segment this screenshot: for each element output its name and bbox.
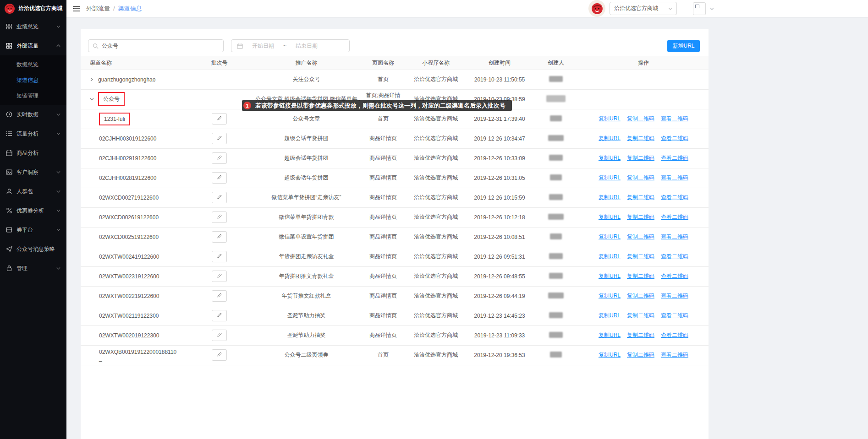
edit-batch-button[interactable] [212, 172, 227, 184]
sidebar-item-coupon-platform[interactable]: 券平台 [0, 220, 66, 239]
chevron-down-icon[interactable] [710, 7, 714, 10]
copy-url-link[interactable]: 复制URL [599, 312, 621, 319]
copy-qrcode-link[interactable]: 复制二维码 [627, 253, 654, 260]
promotion-name: 公众号二级页领券 [253, 345, 360, 365]
edit-batch-button[interactable] [212, 231, 227, 243]
sidebar-item-label: 人群包 [16, 188, 33, 195]
expand-row-icon[interactable] [90, 77, 95, 81]
copy-qrcode-link[interactable]: 复制二维码 [627, 194, 654, 201]
edit-batch-button[interactable] [212, 133, 227, 144]
copy-qrcode-link[interactable]: 复制二维码 [627, 352, 654, 358]
channel-name: 公众号 [98, 92, 125, 106]
copy-url-link[interactable]: 复制URL [599, 253, 621, 260]
view-qrcode-link[interactable]: 查看二维码 [661, 352, 688, 358]
view-qrcode-link[interactable]: 查看二维码 [661, 312, 688, 319]
copy-qrcode-link[interactable]: 复制二维码 [627, 312, 654, 319]
sidebar-item-official-account-message[interactable]: 公众号消息策略 [0, 239, 66, 259]
view-qrcode-link[interactable]: 查看二维码 [661, 253, 688, 260]
copy-qrcode-link[interactable]: 复制二维码 [627, 115, 654, 122]
sidebar-item-product-analysis[interactable]: 商品分析 [0, 143, 66, 163]
edit-batch-button[interactable] [212, 192, 227, 203]
copy-url-link[interactable]: 复制URL [599, 214, 621, 220]
view-qrcode-link[interactable]: 查看二维码 [661, 332, 688, 338]
view-qrcode-link[interactable]: 查看二维码 [661, 174, 688, 181]
sidebar-subitem-data-overview[interactable]: 数据总览 [0, 57, 66, 72]
sidebar-item-traffic-analysis[interactable]: 流量分析 [0, 124, 66, 143]
copy-qrcode-link[interactable]: 复制二维码 [627, 293, 654, 299]
content: 开始日期 ~ 结束日期 新增URL 渠道名称批次号推广名称页面名称小程序名称创建… [66, 17, 868, 439]
copy-qrcode-link[interactable]: 复制二维码 [627, 174, 654, 181]
copy-url-link[interactable]: 复制URL [599, 233, 621, 240]
copy-qrcode-link[interactable]: 复制二维码 [627, 233, 654, 240]
sidebar-item-management[interactable]: 管理 [0, 259, 66, 278]
avatar[interactable] [588, 0, 605, 17]
copy-url-link[interactable]: 复制URL [599, 155, 621, 161]
view-qrcode-link[interactable]: 查看二维码 [661, 135, 688, 141]
menu-fold-icon[interactable] [72, 5, 80, 12]
edit-batch-button[interactable] [212, 211, 227, 223]
add-url-button[interactable]: 新增URL [667, 40, 700, 52]
copy-url-link[interactable]: 复制URL [599, 194, 621, 201]
copy-qrcode-link[interactable]: 复制二维码 [627, 273, 654, 279]
column-header: 页面名称 [360, 56, 406, 70]
creator-redacted [548, 293, 564, 298]
copy-url-link[interactable]: 复制URL [599, 135, 621, 141]
edit-batch-button[interactable] [212, 310, 227, 321]
copy-qrcode-link[interactable]: 复制二维码 [627, 214, 654, 220]
copy-url-link[interactable]: 复制URL [599, 352, 621, 358]
copy-qrcode-link[interactable]: 复制二维码 [627, 332, 654, 338]
edit-batch-button[interactable] [212, 251, 227, 262]
edit-batch-button[interactable] [212, 330, 227, 341]
copy-url-link[interactable]: 复制URL [599, 332, 621, 338]
edit-batch-button[interactable] [212, 152, 227, 164]
copy-url-link[interactable]: 复制URL [599, 273, 621, 279]
view-qrcode-link[interactable]: 查看二维码 [661, 115, 688, 122]
view-qrcode-link[interactable]: 查看二维码 [661, 273, 688, 279]
sidebar-subitem-shortlink-management[interactable]: 短链管理 [0, 88, 66, 103]
sidebar-item-external-traffic[interactable]: 外部流量 [0, 36, 66, 55]
created-time: 2019-12-26 10:31:05 [466, 168, 533, 188]
edit-batch-button[interactable] [212, 349, 227, 361]
grid-icon [6, 43, 12, 49]
created-time: 2019-12-23 14:45:23 [466, 306, 533, 325]
sidebar-item-coupon-analysis[interactable]: 优惠券分析 [0, 201, 66, 220]
view-qrcode-link[interactable]: 查看二维码 [661, 293, 688, 299]
miniprogram-name: 洽洽优选官方商城 [406, 109, 466, 129]
layout-widget-button[interactable] [693, 2, 706, 15]
creator-redacted [548, 135, 564, 141]
copy-url-link[interactable]: 复制URL [599, 293, 621, 299]
channel-name: 02CJHH003019122600 [99, 135, 156, 142]
copy-url-link[interactable]: 复制URL [599, 115, 621, 122]
view-qrcode-link[interactable]: 查看二维码 [661, 155, 688, 161]
copy-qrcode-link[interactable]: 复制二维码 [627, 155, 654, 161]
store-select[interactable]: 洽洽优选官方商城 [610, 2, 677, 15]
miniprogram-name: 洽洽优选官方商城 [406, 345, 466, 365]
channel-name: 02CJHH002919122600 [99, 155, 156, 162]
edit-batch-button[interactable] [212, 113, 227, 125]
miniprogram-name: 洽洽优选官方商城 [406, 168, 466, 188]
breadcrumb: 外部流量 / 渠道信息 [86, 5, 142, 13]
miniprogram-name: 洽洽优选官方商城 [406, 266, 466, 286]
sidebar-item-customer-insight[interactable]: 客户洞察 [0, 163, 66, 182]
view-qrcode-link[interactable]: 查看二维码 [661, 194, 688, 201]
view-qrcode-link[interactable]: 查看二维码 [661, 214, 688, 220]
copy-url-link[interactable]: 复制URL [599, 174, 621, 181]
channel-name: 1231-fuli [99, 113, 130, 125]
page-name: 商品详情页 [360, 148, 406, 168]
sidebar-item-realtime-data[interactable]: 实时数据 [0, 105, 66, 124]
view-qrcode-link[interactable]: 查看二维码 [661, 233, 688, 240]
sidebar-subitem-channel-info[interactable]: 渠道信息 [0, 72, 66, 88]
column-header: 批次号 [186, 56, 253, 70]
sidebar-item-audience-pack[interactable]: 人群包 [0, 182, 66, 201]
breadcrumb-item-external-traffic[interactable]: 外部流量 [86, 5, 110, 13]
copy-qrcode-link[interactable]: 复制二维码 [627, 135, 654, 141]
created-time: 2019-10-23 11:50:55 [466, 70, 533, 89]
toolbar: 开始日期 ~ 结束日期 新增URL [81, 39, 709, 56]
date-range-picker[interactable]: 开始日期 ~ 结束日期 [231, 39, 350, 52]
chevron-up-icon [56, 44, 60, 47]
collapse-row-icon[interactable] [90, 97, 95, 101]
edit-batch-button[interactable] [212, 290, 227, 302]
edit-batch-button[interactable] [212, 271, 227, 282]
sidebar-item-performance-overview[interactable]: 业绩总览 [0, 17, 66, 36]
search-input[interactable] [102, 43, 219, 49]
